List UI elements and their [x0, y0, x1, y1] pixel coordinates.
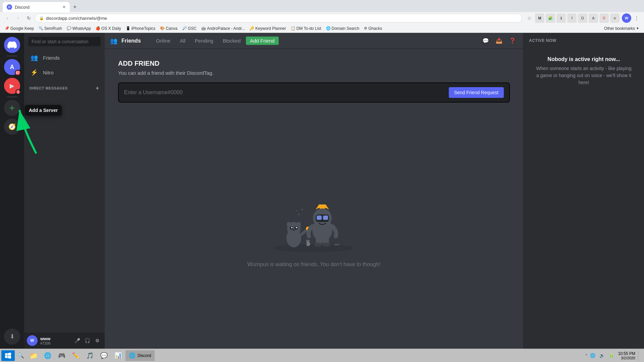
wumpus-illustration [267, 194, 361, 255]
lock-icon: 🔒 [39, 16, 44, 20]
settings-icon[interactable]: ⚙ [93, 336, 102, 345]
taskbar-item-app2[interactable]: ✏️ [69, 350, 83, 361]
chevron-down-icon: ▼ [636, 26, 639, 30]
svg-point-27 [302, 209, 303, 210]
dm-section-label: DIRECT MESSAGES [30, 86, 68, 90]
explore-servers-button[interactable]: 🧭 [4, 119, 20, 135]
system-tray: ^ 🌐 🔊 🔋 10:55 PM 3/2/2020 [583, 350, 643, 361]
svg-point-1 [274, 244, 354, 252]
profile-avatar[interactable]: W [622, 13, 631, 23]
help-icon[interactable]: ❓ [507, 36, 518, 46]
user-tag: #7200 [40, 341, 70, 345]
search-input[interactable] [28, 37, 101, 46]
show-desktop-button[interactable] [638, 350, 640, 361]
tab-all[interactable]: All [176, 37, 190, 45]
server-icon-1[interactable]: A 57 [4, 59, 20, 75]
svg-line-11 [301, 230, 307, 235]
taskbar-item-app5[interactable]: 📊 [111, 350, 125, 361]
bookmark-gsc[interactable]: 🔎 GSC [180, 25, 199, 32]
bookmark-andropalace[interactable]: 🤖 AndroPalace - Andr... [199, 25, 247, 32]
bookmark-semrush[interactable]: 🔍 SemRush [37, 25, 64, 32]
svg-rect-19 [323, 216, 328, 220]
taskbar-item-app3[interactable]: 🎵 [83, 350, 97, 361]
ext-icon-7[interactable]: R [599, 13, 609, 23]
bookmark-google-keep[interactable]: 📌 Google Keep [3, 25, 36, 32]
tab-close-icon[interactable]: ✕ [62, 5, 66, 9]
new-group-dm-icon[interactable]: 💬 [480, 36, 491, 46]
add-dm-button[interactable]: + [96, 85, 99, 91]
ext-icon-1[interactable]: M [535, 13, 544, 23]
battery-icon[interactable]: 🔋 [607, 352, 615, 360]
taskbar-item-app1[interactable]: 🎮 [55, 350, 68, 361]
dm-sidebar: 👥 Friends ⚡ Nitro DIRECT MESSAGES + W ww… [24, 33, 105, 349]
bookmark-keyword-planner[interactable]: 🔑 Keyword Planner [248, 25, 288, 32]
tab-pending[interactable]: Pending [191, 37, 217, 45]
browser-tab-discord[interactable]: D Discord ✕ [3, 2, 70, 12]
start-button[interactable] [1, 350, 15, 361]
inbox-icon[interactable]: 📥 [494, 36, 504, 46]
svg-rect-18 [317, 216, 322, 220]
download-apps-button[interactable]: ⬇ [4, 328, 20, 345]
server-badge-1: 57 [15, 70, 21, 76]
network-icon[interactable]: 🌐 [589, 352, 597, 360]
tray-expand-icon[interactable]: ^ [586, 354, 587, 357]
add-friend-description: You can add a friend with their DiscordT… [118, 70, 510, 76]
sidebar-section: 👥 Friends ⚡ Nitro [24, 50, 105, 80]
empty-state-text: Wumpus is waiting on friends. You don't … [248, 261, 381, 267]
bookmark-whatsapp[interactable]: 💬 WhatsApp [65, 25, 93, 32]
tab-online[interactable]: Online [152, 37, 174, 45]
main-header: 👥 Friends Online All Pending Blocked Add… [105, 33, 523, 49]
svg-point-26 [298, 214, 300, 215]
ext-icon-3[interactable]: ℹ [556, 13, 566, 23]
taskbar-item-explorer[interactable]: 📁 [27, 350, 40, 361]
ext-icon-4[interactable]: f [567, 13, 577, 23]
search-taskbar-button[interactable]: 🔍 [15, 350, 26, 361]
taskbar-date: 3/2/2020 [621, 356, 635, 360]
tab-title: Discord [15, 5, 30, 10]
svg-rect-25 [334, 244, 339, 245]
bookmark-ghacks[interactable]: ⚙ Ghacks [362, 25, 384, 32]
star-icon[interactable]: ☆ [525, 13, 534, 23]
microphone-icon[interactable]: 🎤 [72, 336, 82, 345]
ext-icon-8[interactable]: ≡ [610, 13, 620, 23]
username: www [40, 336, 70, 341]
send-friend-request-button[interactable]: Send Friend Request [449, 87, 504, 98]
taskbar-item-chrome[interactable]: 🌐 [41, 350, 54, 361]
reload-button[interactable]: ↻ [24, 13, 34, 23]
sidebar-item-nitro[interactable]: ⚡ Nitro [27, 65, 102, 80]
taskbar-item-app4[interactable]: 💬 [97, 350, 111, 361]
tab-blocked[interactable]: Blocked [219, 37, 245, 45]
add-friend-form: Send Friend Request [118, 82, 510, 103]
ext-icon-6[interactable]: A [589, 13, 598, 23]
server-icon-2[interactable]: ▶ 1 [4, 78, 20, 94]
active-now-sidebar: ACTIVE NOW Nobody is active right now...… [523, 33, 644, 349]
bookmark-osxdaily[interactable]: 🍎 OS X Daily [94, 25, 123, 32]
sidebar-item-friends[interactable]: 👥 Friends [27, 50, 102, 65]
ext-icon-2[interactable]: 🧩 [546, 13, 555, 23]
bookmark-iphonetopics[interactable]: 📱 iPhoneTopics [124, 25, 157, 32]
bookmark-dm-todo[interactable]: 📋 DM To-do List [289, 25, 323, 32]
add-server-button[interactable]: + [4, 100, 20, 116]
bookmark-other[interactable]: Other bookmarks ▼ [602, 25, 641, 32]
forward-button[interactable]: › [13, 13, 23, 23]
browser-menu-icon[interactable]: ⋮ [632, 13, 641, 23]
header-divider [146, 37, 147, 45]
back-button[interactable]: ‹ [3, 13, 12, 23]
taskbar-item-chrome2[interactable]: 🌐 Discord [125, 350, 155, 361]
dm-section-header: DIRECT MESSAGES + [24, 80, 105, 93]
bookmark-domain-search[interactable]: 🌐 Domain Search [324, 25, 362, 32]
tab-add-friend[interactable]: Add Friend [246, 37, 278, 45]
new-tab-button[interactable]: + [70, 2, 79, 12]
headphones-icon[interactable]: 🎧 [83, 336, 92, 345]
browser-action-icons: ☆ M 🧩 ℹ f D A R ≡ W ⋮ [525, 13, 641, 23]
ext-icon-5[interactable]: D [578, 13, 587, 23]
volume-icon[interactable]: 🔊 [598, 352, 606, 360]
bookmark-canva[interactable]: 🎨 Canva [158, 25, 179, 32]
address-bar[interactable]: 🔒 discordapp.com/channels/@me [35, 14, 522, 22]
taskbar-clock[interactable]: 10:55 PM 3/2/2020 [617, 351, 637, 360]
username-input[interactable] [124, 89, 445, 96]
url-text: discordapp.com/channels/@me [46, 16, 107, 21]
active-now-empty-title: Nobody is active right now... [547, 56, 620, 62]
home-button[interactable] [4, 37, 20, 53]
taskbar: 🔍 📁 🌐 🎮 ✏️ 🎵 💬 📊 🌐 Discord ^ 🌐 🔊 🔋 10:55… [0, 349, 644, 362]
